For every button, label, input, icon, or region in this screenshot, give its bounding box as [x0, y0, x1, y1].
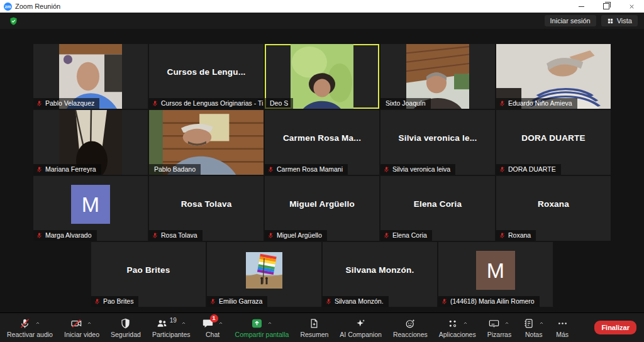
gallery-row-1: Pablo Velazquez Cursos de Lengu... Curso…: [33, 44, 611, 109]
participant-name: Pablo Badano: [154, 165, 196, 173]
name-tag: Carmen Rosa Mamani: [265, 164, 348, 175]
muted-mic-icon: [499, 166, 506, 173]
name-tag: Pablo Velazquez: [33, 98, 99, 109]
security-button[interactable]: Seguridad: [105, 313, 147, 342]
participant-tile-rosa-tolava[interactable]: Rosa Tolava Rosa Tolava: [149, 176, 264, 241]
participant-tile-dora-duarte[interactable]: DORA DUARTE DORA DUARTE: [496, 110, 611, 175]
encryption-shield-icon[interactable]: [9, 16, 18, 26]
name-tag: Silvana Monzón.: [323, 296, 389, 307]
more-button[interactable]: Más: [550, 313, 574, 342]
close-button[interactable]: [619, 0, 644, 13]
chat-options-chevron-icon[interactable]: [218, 320, 224, 326]
view-button[interactable]: Vista: [601, 15, 638, 26]
apps-icon: [447, 317, 458, 329]
participant-tile-pao-brites[interactable]: Pao Brites Pao Brites: [91, 242, 206, 307]
name-tag: DORA DUARTE: [496, 164, 561, 175]
ai-companion-sparkle-icon: [355, 317, 367, 329]
meeting-top-bar: Iniciar sesión Vista: [0, 13, 644, 29]
muted-mic-icon: [325, 298, 332, 305]
reactions-smiley-icon: [404, 317, 416, 329]
security-label: Seguridad: [111, 331, 141, 338]
zoom-app-icon: zm: [4, 3, 12, 11]
muted-mic-icon: [267, 166, 274, 173]
participant-tile-silvana-monzon[interactable]: Silvana Monzón. Silvana Monzón.: [323, 242, 437, 307]
end-meeting-button[interactable]: Finalizar: [594, 321, 636, 334]
participant-tile-elena-coria[interactable]: Elena Coria Elena Coria: [380, 176, 495, 241]
participant-tile-maria-ailin-romero[interactable]: M (144618) Maria Ailin Romero: [438, 242, 553, 307]
participant-display-name: Silvana Monzón.: [323, 242, 437, 298]
summary-document-icon: [308, 317, 320, 329]
video-gallery: Pablo Velazquez Cursos de Lengu... Curso…: [0, 29, 644, 312]
ai-companion-button[interactable]: AI Companion: [334, 313, 387, 342]
participant-name: Pablo Velazquez: [45, 99, 94, 107]
minimize-button[interactable]: [569, 0, 594, 13]
participant-name: Silvana Monzón.: [335, 297, 384, 305]
muted-mic-icon: [94, 298, 101, 305]
participant-tile-sixto-joaquin[interactable]: Sixto Joaquín: [380, 44, 495, 109]
whiteboards-button[interactable]: Pizarras: [482, 313, 518, 342]
chat-button[interactable]: 1 Chat: [196, 313, 230, 342]
muted-mic-icon: [267, 232, 274, 239]
participant-tile-mariana-ferreyra[interactable]: Mariana Ferreyra: [33, 110, 148, 175]
notes-button[interactable]: Notas: [517, 313, 550, 342]
participant-name: (144618) Maria Ailin Romero: [450, 297, 535, 305]
unmute-audio-label: Reactivar audio: [7, 331, 53, 338]
participant-tile-roxana[interactable]: Roxana Roxana: [496, 176, 611, 241]
notes-icon: [523, 317, 535, 329]
muted-mic-icon: [441, 298, 448, 305]
name-tag: Marga Alvarado: [33, 230, 97, 241]
participant-display-name: Rosa Tolava: [149, 176, 264, 232]
participant-name: Rosa Tolava: [161, 231, 197, 239]
notes-label: Notas: [525, 331, 542, 338]
share-screen-button[interactable]: Compartir pantalla: [230, 313, 295, 342]
grid-view-icon: [607, 18, 614, 25]
name-tag: Pao Brites: [91, 296, 138, 307]
participant-tile-silvia-veronica-leiva[interactable]: Silvia veronica le... Silvia veronica le…: [380, 110, 495, 175]
summary-label: Resumen: [300, 331, 328, 338]
sign-in-label: Iniciar sesión: [550, 17, 591, 25]
name-tag: Sixto Joaquín: [380, 98, 431, 109]
participant-tile-miguel-arguello[interactable]: Miguel Argüello Miguel Argüello: [265, 176, 379, 241]
gallery-row-4: Pao Brites Pao Brites: [91, 242, 553, 307]
participant-tile-pablo-badano[interactable]: Pablo Badano: [149, 110, 264, 175]
participant-name: Elena Coria: [392, 231, 427, 239]
unmute-audio-button[interactable]: Reactivar audio: [1, 313, 58, 342]
more-ellipsis-icon: [557, 317, 569, 329]
reactions-button[interactable]: Reacciones: [387, 313, 433, 342]
share-options-chevron-icon[interactable]: [267, 320, 273, 326]
notes-options-chevron-icon[interactable]: [538, 320, 545, 326]
apps-button[interactable]: Aplicaciones: [433, 313, 482, 342]
whiteboards-options-chevron-icon[interactable]: [504, 320, 510, 326]
muted-mic-icon: [36, 232, 43, 239]
muted-mic-icon: [19, 317, 31, 329]
participant-name: Sixto Joaquín: [386, 99, 426, 107]
participant-display-name: Cursos de Lengu...: [149, 44, 264, 100]
summary-button[interactable]: Resumen: [294, 313, 334, 342]
participant-tile-pablo-velazquez[interactable]: Pablo Velazquez: [33, 44, 148, 109]
participant-display-name: Elena Coria: [380, 176, 495, 232]
participant-name: Carmen Rosa Mamani: [277, 165, 343, 173]
audio-options-chevron-icon[interactable]: [35, 320, 41, 326]
participant-tile-carmen-rosa-mamani[interactable]: Carmen Rosa Ma... Carmen Rosa Mamani: [265, 110, 379, 175]
start-video-label: Iniciar video: [64, 331, 99, 338]
sign-in-button[interactable]: Iniciar sesión: [545, 15, 596, 26]
participants-options-chevron-icon[interactable]: [180, 320, 187, 326]
participant-tile-eduardo-nino-amieva[interactable]: Eduardo Niño Amieva: [496, 44, 611, 109]
participant-name: Eduardo Niño Amieva: [508, 99, 572, 107]
apps-options-chevron-icon[interactable]: [462, 320, 469, 326]
video-options-chevron-icon[interactable]: [86, 320, 92, 326]
chat-unread-badge: 1: [210, 314, 218, 323]
restore-button[interactable]: [594, 0, 619, 13]
participant-tile-marga-alvarado[interactable]: M Marga Alvarado: [33, 176, 148, 241]
muted-mic-icon: [499, 232, 506, 239]
participant-tile-cursos-de-lenguas[interactable]: Cursos de Lengu... Cursos de Lenguas Ori…: [149, 44, 264, 109]
muted-mic-icon: [152, 232, 158, 239]
name-tag: (144618) Maria Ailin Romero: [438, 296, 540, 307]
participants-button[interactable]: 19 Participantes: [147, 313, 196, 342]
participant-name: Cursos de Lenguas Originarias - Ti...: [161, 99, 264, 107]
participant-tile-deo-s-active-speaker[interactable]: Deo S: [265, 44, 379, 109]
share-screen-icon: [251, 317, 263, 329]
start-video-button[interactable]: Iniciar video: [58, 313, 105, 342]
participant-tile-emilio-garraza[interactable]: Emilio Garraza: [207, 242, 321, 307]
participant-display-name: Carmen Rosa Ma...: [265, 110, 379, 166]
